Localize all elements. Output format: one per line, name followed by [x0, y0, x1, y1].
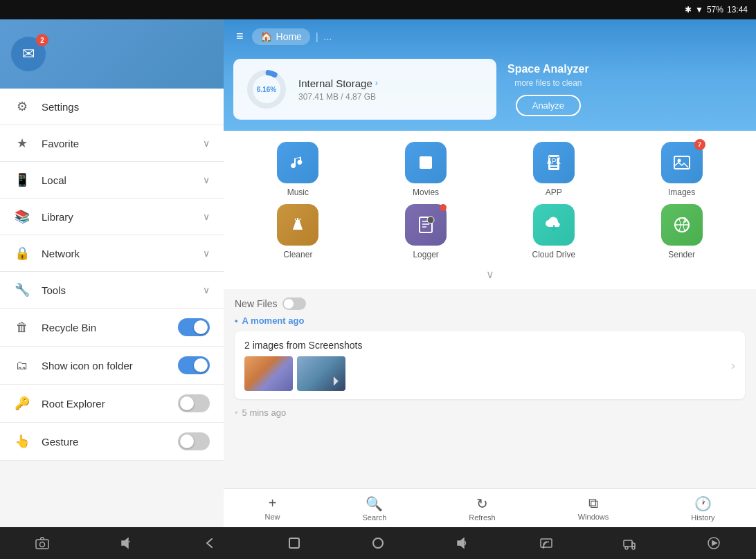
app-item-music[interactable]: Music [237, 142, 359, 197]
nav-camera[interactable] [35, 535, 50, 551]
new-files-toggle[interactable] [282, 297, 306, 310]
nav-play[interactable] [706, 535, 721, 551]
nav-vol-up[interactable] [454, 535, 469, 551]
app-label: APP [546, 187, 562, 197]
svg-rect-17 [289, 538, 299, 548]
grid-expand[interactable]: ∨ [237, 265, 742, 284]
breadcrumb-home[interactable]: 🏠 Home [252, 28, 310, 45]
sender-label: Sender [668, 250, 695, 259]
top-nav: ≡ 🏠 Home | ... [224, 19, 756, 53]
images-badge: 7 [694, 139, 705, 150]
cleaner-icon [277, 204, 318, 246]
svg-rect-19 [541, 539, 552, 547]
nav-cast[interactable] [539, 535, 554, 551]
toolbar-new[interactable]: + New [264, 495, 280, 521]
recyclebin-toggle[interactable] [178, 318, 210, 336]
nav-vol-down[interactable] [118, 535, 134, 551]
file-card-screenshots[interactable]: 2 images from Screenshots › [235, 331, 745, 399]
sidebar-menu: ⚙ Settings ★ Favorite ∨ 📱 Local ∨ 📚 Libr… [0, 89, 224, 527]
sidebar-item-gesture[interactable]: 👆 Gesture [0, 423, 224, 461]
music-label: Music [287, 187, 309, 197]
toolbar-refresh[interactable]: ↻ Refresh [469, 495, 496, 522]
network-label: Network [42, 248, 203, 259]
nav-home[interactable] [287, 535, 302, 551]
main-content: ≡ 🏠 Home | ... 6.16% Internal S [224, 19, 756, 527]
sidebar-item-tools[interactable]: 🔧 Tools ∨ [0, 272, 224, 309]
bluetooth-icon: ✱ [685, 5, 692, 15]
file-thumb-1 [244, 356, 293, 391]
status-icons: ✱ ▼ 57% 13:44 [685, 5, 748, 15]
app-item-cloud[interactable]: Cloud Drive [494, 204, 615, 259]
sidebar-item-recyclebin[interactable]: 🗑 Recycle Bin [0, 309, 224, 347]
gesture-icon: 👆 [14, 433, 30, 450]
settings-label: Settings [42, 101, 210, 113]
recyclebin-icon: 🗑 [14, 319, 30, 336]
app-item-images[interactable]: 7 Images [621, 142, 742, 197]
gesture-label: Gesture [42, 436, 178, 448]
app-grid-section: Music Movies APK [224, 131, 756, 289]
library-label: Library [42, 211, 203, 223]
windows-label: Windows [578, 513, 609, 521]
breadcrumb-sep: | [316, 31, 318, 42]
sidebar-item-library[interactable]: 📚 Library ∨ [0, 199, 224, 235]
sidebar-item-network[interactable]: 🔒 Network ∨ [0, 235, 224, 272]
refresh-label: Refresh [469, 513, 496, 522]
app-item-app[interactable]: APK APP [494, 142, 615, 197]
showicon-icon: 🗂 [14, 357, 30, 374]
history-icon: 🕐 [694, 495, 712, 512]
top-bar: ≡ 🏠 Home | ... 6.16% Internal S [224, 19, 756, 131]
nav-back[interactable] [202, 535, 217, 551]
toolbar-history[interactable]: 🕐 History [691, 495, 714, 522]
storage-percent: 6.16% [257, 86, 276, 93]
toolbar-search[interactable]: 🔍 Search [362, 495, 386, 522]
movies-icon [405, 142, 447, 183]
system-nav-bar [0, 527, 756, 559]
space-analyzer: Space Analyzer more files to clean Analy… [507, 63, 589, 116]
svg-point-13 [427, 217, 434, 223]
tools-label: Tools [42, 284, 203, 296]
search-icon: 🔍 [366, 495, 383, 512]
windows-icon: ⧉ [588, 495, 598, 511]
sidebar-item-rootexplorer[interactable]: 🔑 Root Explorer [0, 385, 224, 423]
sidebar-item-favorite[interactable]: ★ Favorite ∨ [0, 125, 224, 162]
settings-icon: ⚙ [14, 98, 30, 115]
nav-circle[interactable] [370, 535, 386, 551]
new-label: New [264, 513, 280, 521]
app-item-sender[interactable]: Sender [621, 204, 742, 259]
music-icon [277, 142, 318, 183]
home-icon: 🏠 [260, 31, 272, 42]
svg-text:APK: APK [547, 158, 561, 165]
app-item-movies[interactable]: Movies [366, 142, 487, 197]
nav-truck[interactable] [622, 535, 638, 551]
rootexplorer-toggle[interactable] [178, 394, 210, 412]
svg-point-18 [373, 538, 383, 548]
sidebar-header: ✉ 2 [0, 19, 224, 89]
toolbar-windows[interactable]: ⧉ Windows [578, 495, 609, 521]
svg-point-20 [543, 547, 544, 548]
hamburger-button[interactable]: ≡ [233, 26, 246, 46]
showicon-toggle[interactable] [178, 356, 210, 374]
email-avatar[interactable]: ✉ 2 [11, 37, 46, 71]
sidebar-item-showicon[interactable]: 🗂 Show icon on folder [0, 347, 224, 385]
sidebar-item-local[interactable]: 📱 Local ∨ [0, 162, 224, 199]
bottom-toolbar: + New 🔍 Search ↻ Refresh ⧉ Windows 🕐 His… [224, 488, 756, 527]
favorite-arrow: ∨ [203, 138, 210, 149]
network-icon: 🔒 [14, 245, 30, 262]
new-files-header: New Files [235, 297, 745, 310]
history-label: History [691, 513, 714, 522]
svg-point-15 [39, 542, 44, 547]
storage-card[interactable]: 6.16% Internal Storage › 307.41 MB / 4.8… [233, 59, 496, 120]
analyze-button[interactable]: Analyze [516, 95, 581, 116]
gesture-toggle[interactable] [178, 432, 210, 450]
cloud-icon [533, 204, 575, 246]
app-item-logger[interactable]: Logger [366, 204, 487, 259]
recyclebin-label: Recycle Bin [42, 322, 178, 333]
email-badge: 2 [36, 34, 48, 46]
logger-label: Logger [413, 250, 438, 259]
app-icon: APK [533, 142, 575, 183]
app-item-cleaner[interactable]: Cleaner [237, 204, 359, 259]
file-thumb-2 [297, 356, 345, 391]
sidebar-item-settings[interactable]: ⚙ Settings [0, 89, 224, 125]
file-card-info: 2 images from Screenshots [244, 340, 723, 391]
storage-size: 307.41 MB / 4.87 GB [298, 92, 378, 102]
